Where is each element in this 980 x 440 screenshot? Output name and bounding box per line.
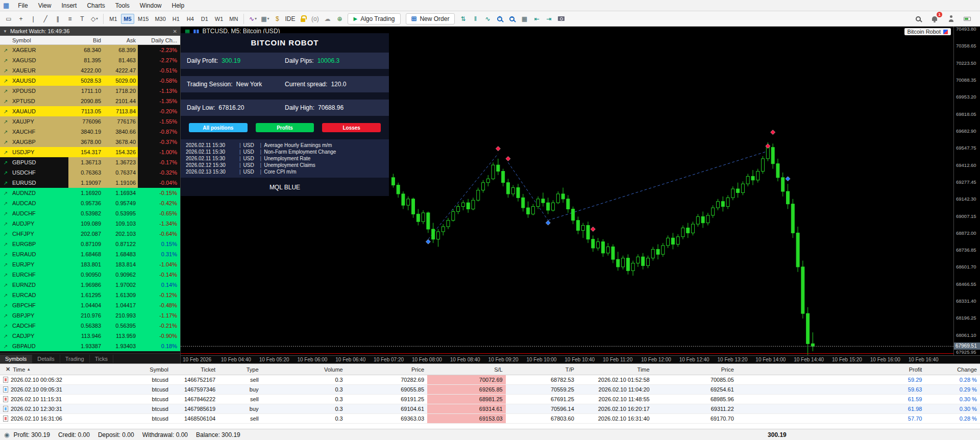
tab-symbols[interactable]: Symbols (0, 355, 32, 363)
pause-icon[interactable]: ‖ (470, 13, 481, 25)
menu-item-file[interactable]: File (13, 1, 32, 10)
timeframe-h4[interactable]: H4 (184, 14, 197, 24)
chart-objects-icon[interactable]: ▦▾ (259, 13, 271, 25)
notifications-icon[interactable]: 1 (929, 13, 940, 25)
market-watch-row-xauusd[interactable]: ↗XAUUSD5028.535029.00-0.58% (0, 76, 180, 86)
cloud-icon[interactable]: ☁ (322, 13, 333, 25)
battery-icon[interactable] (962, 13, 973, 25)
deal-row-1467985619[interactable]: 2026.02.10 12:30:31btcusd1467985619buy0.… (0, 404, 980, 414)
market-watch-row-audnzd[interactable]: ↗AUDNZD1.169201.16934-0.15% (0, 188, 180, 198)
timeframe-w1[interactable]: W1 (212, 14, 226, 24)
column-header-volume[interactable]: Volume (262, 364, 346, 375)
menu-item-help[interactable]: Help (167, 1, 189, 10)
column-header-symbol[interactable]: Symbol (11, 37, 68, 43)
deal-row-1466752167[interactable]: 2026.02.10 00:05:32btcusd1466752167sell0… (0, 375, 980, 385)
menu-item-insert[interactable]: Insert (57, 1, 81, 10)
web-terminal-icon[interactable]: ⊕ (334, 13, 345, 25)
column-header-change[interactable]: Change (925, 364, 980, 375)
market-watch-row-cadjpy[interactable]: ↗CADJPY113.946113.959-0.90% (0, 331, 180, 341)
text-label-icon[interactable]: T (77, 13, 88, 25)
market-watch-row-xagusd[interactable]: ↗XAGUSD81.39581.463-2.27% (0, 55, 180, 65)
sort-icon[interactable]: ⇅ (457, 13, 469, 25)
market-watch-row-xaueur[interactable]: ↗XAUEUR4222.004222.47-0.51% (0, 65, 180, 76)
app-icon[interactable]: ▦ (3, 2, 9, 9)
trendline-icon[interactable]: ╱ (40, 13, 51, 25)
menu-item-window[interactable]: Window (135, 1, 166, 10)
time-axis[interactable]: 10 Feb 202610 Feb 04:4010 Feb 05:2010 Fe… (181, 355, 980, 363)
timeframe-d1[interactable]: D1 (198, 14, 211, 24)
dock-left-icon[interactable]: ⇤ (531, 13, 542, 25)
market-watch-row-audjpy[interactable]: ↗AUDJPY109.089109.103-1.34% (0, 218, 180, 229)
market-watch-row-gbpchf[interactable]: ↗GBPCHF1.044041.04417-0.48% (0, 300, 180, 310)
timeframe-mn[interactable]: MN (227, 14, 240, 24)
market-watch-row-xaugbp[interactable]: ↗XAUGBP3678.003678.40-0.37% (0, 137, 180, 147)
column-header-close-time[interactable]: Time (577, 364, 653, 375)
new-order-button[interactable]: ⊞ New Order (406, 13, 455, 25)
equidistant-channel-icon[interactable]: ∥ (52, 13, 63, 25)
vertical-line-icon[interactable]: | (28, 13, 39, 25)
column-header-symbol[interactable]: Symbol (132, 364, 172, 375)
timeframe-h1[interactable]: H1 (169, 14, 183, 24)
price-axis[interactable]: 70493.8070358.6570223.5070088.3569953.20… (953, 27, 980, 355)
search-icon[interactable] (913, 13, 924, 25)
market-watch-row-gbpaud[interactable]: ↗GBPAUD1.933871.934030.18% (0, 341, 180, 351)
market-watch-row-xptusd[interactable]: ↗XPTUSD2090.852101.44-1.35% (0, 96, 180, 106)
market-watch-row-euraud[interactable]: ↗EURAUD1.684681.684830.31% (0, 249, 180, 259)
deal-row-1467597346[interactable]: 2026.02.10 09:05:31btcusd1467597346buy0.… (0, 385, 980, 395)
market-watch-row-eurusd[interactable]: ↗EURUSD1.190971.19106-0.04% (0, 178, 180, 188)
column-header-tp[interactable]: T/P (506, 364, 577, 375)
market-watch-row-chfjpy[interactable]: ↗CHFJPY202.087202.103-0.64% (0, 229, 180, 239)
filter-icon[interactable]: ▼ (3, 29, 7, 34)
tab-ticks[interactable]: Ticks (90, 355, 113, 363)
lock-icon[interactable] (297, 13, 308, 25)
deal-row-1467846222[interactable]: 2026.02.10 11:15:31btcusd1467846222sell0… (0, 395, 980, 404)
market-watch-row-eurchf[interactable]: ↗EURCHF0.909500.90962-0.14% (0, 270, 180, 280)
market-watch-row-xaujpy[interactable]: ↗XAUJPY776096776176-1.55% (0, 116, 180, 127)
market-watch-row-eurcad[interactable]: ↗EURCAD1.612951.61309-0.12% (0, 290, 180, 300)
market-watch-row-xpdusd[interactable]: ↗XPDUSD1711.101718.20-1.13% (0, 86, 180, 96)
shapes-icon[interactable]: ◇▾ (89, 13, 100, 25)
crosshair-icon[interactable]: + (15, 13, 27, 25)
column-header-ticket[interactable]: Ticket (172, 364, 218, 375)
ide-button[interactable]: IDE (284, 13, 296, 25)
chart-area[interactable]: ▦ ▮▮ BTCUSD, M5: Bitcoin (USD) Bitcoin R… (181, 27, 980, 363)
market-watch-row-usdchf[interactable]: ↗USDCHF0.763630.76374-0.32% (0, 167, 180, 178)
dock-right-icon[interactable]: ⇥ (543, 13, 554, 25)
market-watch-row-gbpjpy[interactable]: ↗GBPJPY210.976210.993-1.17% (0, 310, 180, 321)
fibonacci-icon[interactable]: ≡ (64, 13, 76, 25)
tab-details[interactable]: Details (32, 355, 60, 363)
menu-item-tools[interactable]: Tools (111, 1, 134, 10)
market-watch-row-gbpusd[interactable]: ↗GBPUSD1.367131.36723-0.17% (0, 157, 180, 167)
indicators-icon[interactable]: ∿▾ (247, 13, 258, 25)
close-icon[interactable]: ✕ (173, 29, 177, 34)
timeframe-m15[interactable]: M15 (135, 14, 151, 24)
timeframe-m1[interactable]: M1 (107, 14, 120, 24)
market-watch-row-xauaud[interactable]: ↗XAUAUD7113.057113.84-0.20% (0, 106, 180, 116)
timeframe-m30[interactable]: M30 (152, 14, 168, 24)
market-watch-row-cadchf[interactable]: ↗CADCHF0.563830.56395-0.21% (0, 321, 180, 331)
algo-trading-button[interactable]: ▶ Algo Trading (348, 13, 400, 25)
zoom-out-icon[interactable] (506, 13, 518, 25)
all-positions-button[interactable]: All positions (189, 123, 248, 132)
column-header-bid[interactable]: Bid (68, 37, 103, 43)
tab-trading[interactable]: Trading (60, 355, 90, 363)
market-watch-row-audcad[interactable]: ↗AUDCAD0.957360.95749-0.42% (0, 198, 180, 208)
column-header-sl[interactable]: S/L (427, 364, 506, 375)
deal-row-1468506104[interactable]: 2026.02.10 16:31:06btcusd1468506104sell0… (0, 414, 980, 424)
zoom-in-icon[interactable] (494, 13, 505, 25)
column-header-ask[interactable]: Ask (103, 37, 138, 43)
menu-item-view[interactable]: View (34, 1, 56, 10)
screenshot-icon[interactable] (555, 13, 567, 25)
timeframe-m5[interactable]: M5 (121, 14, 134, 24)
market-watch-row-usdjpy[interactable]: ↗USDJPY154.317154.326-1.00% (0, 147, 180, 157)
column-header-type[interactable]: Type (218, 364, 261, 375)
market-watch-row-xageur[interactable]: ↗XAGEUR68.34068.399-2.23% (0, 45, 180, 55)
market-watch-row-eurgbp[interactable]: ↗EURGBP0.871090.871220.15% (0, 239, 180, 249)
chart-plot[interactable]: ▦ ▮▮ BTCUSD, M5: Bitcoin (USD) Bitcoin R… (181, 27, 953, 355)
column-header-profit[interactable]: Profit (737, 364, 925, 375)
market-watch-row-audchf[interactable]: ↗AUDCHF0.539820.53995-0.65% (0, 208, 180, 218)
market-watch-row-xauchf[interactable]: ↗XAUCHF3840.193840.66-0.87% (0, 127, 180, 137)
deposit-icon[interactable]: $ (272, 13, 283, 25)
menu-item-charts[interactable]: Charts (82, 1, 109, 10)
losses-button[interactable]: Losses (322, 123, 381, 132)
